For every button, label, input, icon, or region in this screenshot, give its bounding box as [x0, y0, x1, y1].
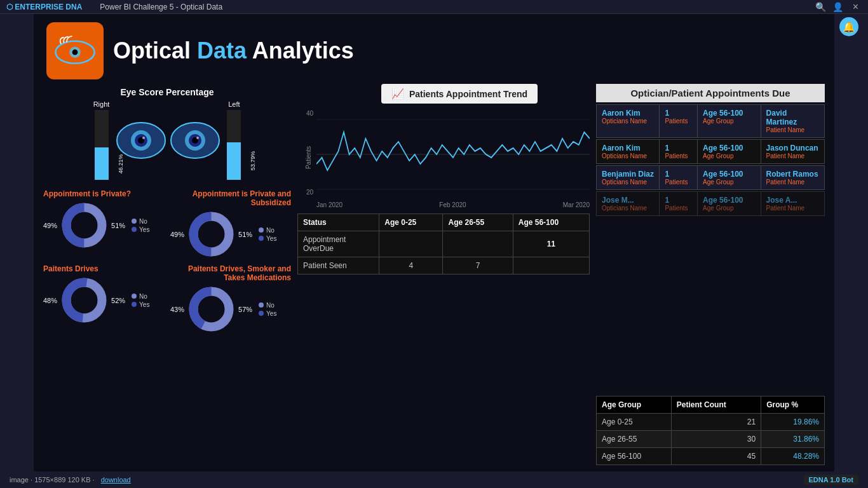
- age-group-table: Age Group Petient Count Group % Age 0-25…: [596, 396, 825, 465]
- x-label-feb: Feb 2020: [439, 201, 466, 208]
- legend-yes-label-3: Yes: [139, 301, 149, 308]
- svg-point-18: [199, 222, 224, 247]
- svg-point-7: [142, 137, 145, 139]
- x-label-jan: Jan 2020: [316, 201, 342, 208]
- right-eye-col: Right 46.21%: [93, 100, 110, 180]
- legend-yes-2: Yes: [259, 235, 276, 242]
- donut-smoker-pct-right: 57%: [238, 306, 252, 313]
- patient-count-cell-3: 45: [671, 448, 761, 465]
- appt-patients-4: 1 Patients: [660, 192, 698, 215]
- user-icon[interactable]: 👤: [832, 2, 843, 12]
- donut-smoker-legend: No Yes: [259, 302, 276, 317]
- appt-patients-3: 1 Patients: [660, 166, 698, 189]
- legend-dot-no-1: [132, 219, 137, 224]
- status-row-overdue: AppointmentOverDue 11: [298, 231, 590, 257]
- donut-subsidized: Appointment is Private and Subsidized 49…: [170, 189, 291, 258]
- status-row-seen: Patient Seen 4 7: [298, 257, 590, 274]
- status-col-header: Status: [298, 214, 379, 231]
- overdue-age56-cell: 11: [513, 231, 589, 257]
- appt-age-2: Age 56-100 Age Group: [698, 140, 761, 163]
- donut-drives-title: Paitents Drives: [43, 264, 98, 273]
- age-group-row-2: Age 26-55 30 31.86%: [597, 431, 825, 448]
- right-panel: Optician/Patient Appointments Due Aaron …: [596, 84, 825, 465]
- appt-col-optician: Aaron Kim Opticians Name: [597, 105, 660, 137]
- donut-subsidized-chart: 49% 51% No: [170, 210, 276, 258]
- trend-title-box: 📈 Patients Appointment Trend: [381, 84, 538, 104]
- legend-no-4: No: [259, 302, 276, 309]
- patient-count-cell-2: 30: [671, 431, 761, 448]
- overdue-age26-cell: [443, 231, 513, 257]
- legend-yes-4: Yes: [259, 310, 276, 317]
- age-group-col: Age Group: [597, 396, 672, 414]
- legend-no-label-1: No: [139, 218, 147, 225]
- legend-dot-no-4: [259, 302, 264, 308]
- overdue-status-cell: AppointmentOverDue: [298, 231, 379, 257]
- trend-chart-container: 40 20 Patients: [297, 107, 590, 208]
- legend-yes-label-2: Yes: [266, 235, 276, 242]
- appt-patient-name-2: Jason Duncan Patient Name: [761, 140, 824, 163]
- trend-title: Patients Appointment Trend: [409, 89, 527, 99]
- dashboard: Optical Data Analytics Eye Score Percent…: [34, 14, 834, 471]
- group-pct-cell-1: 19.86%: [761, 414, 825, 431]
- top-bar: ⬡ ENTERPRISE DNA Power BI Challenge 5 - …: [0, 0, 868, 14]
- donut-row-2: Paitents Drives 48% 52% No: [43, 264, 291, 333]
- eye-score-section: Eye Score Percentage Right 46.21%: [43, 84, 291, 183]
- logo-box: [46, 22, 104, 79]
- title-ptical: ptical: [131, 37, 197, 64]
- top-bar-title: Power BI Challenge 5 - Optical Data: [100, 3, 222, 11]
- seen-age56-cell: [513, 257, 589, 274]
- svg-point-12: [196, 137, 199, 139]
- edna-bot-badge[interactable]: EDNA 1.0 Bot: [804, 475, 859, 485]
- trend-section: 📈 Patients Appointment Trend 40 20 Patie…: [297, 84, 590, 208]
- trend-chart-icon: 📈: [391, 88, 404, 100]
- left-pct-label: 53.79%: [250, 142, 256, 180]
- header: Optical Data Analytics: [34, 14, 834, 84]
- age-group-row-3: Age 56-100 45 48.28%: [597, 448, 825, 465]
- download-link[interactable]: download: [101, 476, 131, 484]
- legend-no-2: No: [259, 227, 276, 234]
- donut-drives-svg: [60, 276, 108, 324]
- donut-subsidized-legend: No Yes: [259, 227, 276, 242]
- donut-drives-legend: No Yes: [132, 293, 149, 308]
- y-max: 40: [306, 110, 313, 117]
- legend-yes-label-4: Yes: [266, 310, 276, 317]
- status-table: Status Age 0-25 Age 26-55 Age 56-100 App…: [297, 214, 590, 274]
- title-analytics: Analytics: [247, 37, 354, 64]
- top-bar-left: ⬡ ENTERPRISE DNA Power BI Challenge 5 - …: [6, 3, 222, 11]
- trend-chart-area: Patients Jan 2020 Feb 2020: [316, 107, 590, 208]
- donut-subsidized-title: Appointment is Private and Subsidized: [170, 189, 291, 207]
- close-button[interactable]: ×: [850, 1, 862, 13]
- appt-optician-4: Jose M... Opticians Name: [597, 192, 660, 215]
- edna-bot-label: EDNA 1.0 Bot: [809, 476, 854, 484]
- patient-count-cell-1: 21: [671, 414, 761, 431]
- donut-private-pct-left: 49%: [43, 222, 57, 229]
- eye-score-inner: Right 46.21%: [46, 100, 288, 180]
- left-panel: Eye Score Percentage Right 46.21%: [43, 84, 291, 465]
- trend-line-chart: [316, 107, 590, 202]
- donut-smoker: Paitents Drives, Smoker and Takes Medica…: [170, 264, 291, 333]
- appt-due-title: Optician/Patient Appointments Due: [596, 84, 825, 102]
- donut-row-1: Appointment is Private? 49% 51% N: [43, 189, 291, 258]
- age0-col-header: Age 0-25: [379, 214, 443, 231]
- appt-optician-2: Aaron Kim Opticians Name: [597, 140, 660, 163]
- seen-age26-cell: 7: [443, 257, 513, 274]
- appt-patient-name-4: Jose A... Patient Name: [761, 192, 824, 215]
- legend-yes-1: Yes: [132, 226, 149, 233]
- donut-private-svg: [60, 201, 108, 249]
- title-data: Data: [197, 37, 247, 64]
- group-pct-cell-2: 31.86%: [761, 431, 825, 448]
- y-mid: 20: [306, 189, 313, 196]
- donut-private-pct-right: 51%: [111, 222, 125, 229]
- age-group-cell-3: Age 56-100: [597, 448, 672, 465]
- donut-subsidized-svg: [187, 210, 235, 258]
- donut-subsidized-pct-right: 51%: [238, 231, 252, 238]
- age-group-header-row: Age Group Petient Count Group %: [597, 396, 825, 414]
- notification-button[interactable]: 🔔: [839, 17, 858, 36]
- donut-private-chart: 49% 51% No: [43, 201, 149, 249]
- search-icon[interactable]: 🔍: [815, 2, 826, 12]
- x-axis-labels: Jan 2020 Feb 2020 Mar 2020: [316, 201, 590, 208]
- donut-smoker-svg: [187, 285, 235, 333]
- group-pct-col: Group %: [761, 396, 825, 414]
- legend-no-label-2: No: [266, 227, 275, 234]
- legend-no-3: No: [132, 293, 149, 300]
